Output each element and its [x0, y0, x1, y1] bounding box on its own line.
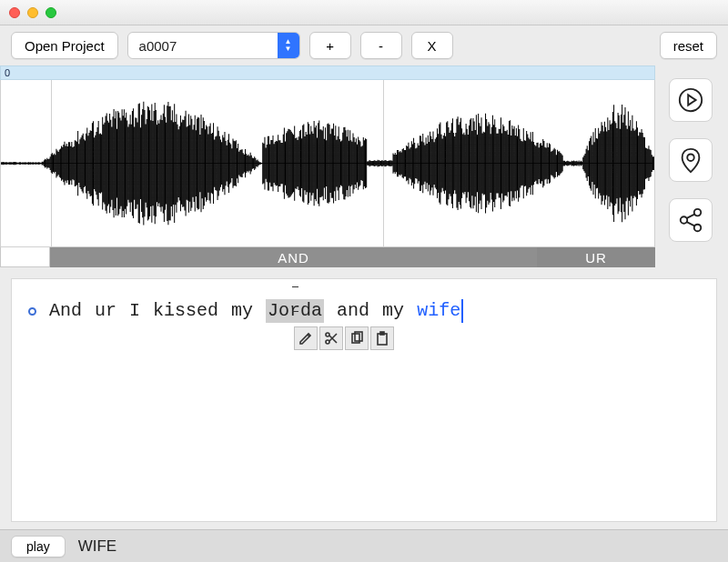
project-select[interactable]: a0007 ▲▼	[127, 32, 300, 59]
ruler-start-label: 0	[5, 67, 10, 78]
paste-icon	[375, 331, 389, 346]
transcript-word[interactable]: my	[231, 299, 253, 323]
svg-line-6	[686, 214, 694, 218]
delete-button[interactable]: X	[411, 32, 453, 59]
close-window-icon[interactable]	[9, 7, 20, 18]
zoom-in-button[interactable]: +	[309, 32, 351, 59]
right-icon-rail	[664, 65, 717, 267]
svg-point-2	[687, 154, 694, 161]
copy-icon	[349, 331, 364, 346]
status-text: WIFE	[78, 537, 117, 556]
segment-bar: AND UR	[0, 247, 655, 267]
zoom-window-icon[interactable]	[46, 7, 56, 18]
text-cursor-icon	[295, 286, 296, 299]
bottom-bar: play WIFE	[0, 529, 728, 562]
play-button[interactable]: play	[11, 536, 66, 557]
svg-point-1	[680, 89, 702, 111]
svg-rect-13	[380, 332, 384, 335]
play-circle-button[interactable]	[669, 78, 713, 122]
project-select-value: a0007	[128, 33, 278, 58]
segment-divider	[51, 80, 52, 246]
zoom-out-button[interactable]: -	[360, 32, 402, 59]
paste-word-button[interactable]	[370, 326, 394, 350]
transcript-word[interactable]: And	[49, 299, 82, 323]
svg-point-9	[326, 333, 329, 336]
transcript-word[interactable]: my	[382, 299, 404, 323]
open-project-button[interactable]: Open Project	[11, 32, 118, 59]
segment-current[interactable]: AND	[50, 247, 537, 267]
edit-word-button[interactable]	[294, 326, 318, 350]
transcript-panel[interactable]: AndurIkissedmyJordaandmywife	[11, 278, 717, 522]
segment-divider	[383, 80, 384, 246]
transcript-word[interactable]: wife	[417, 299, 463, 323]
share-button[interactable]	[669, 198, 713, 242]
top-toolbar: Open Project a0007 ▲▼ + - X reset	[0, 25, 728, 65]
svg-point-8	[326, 340, 329, 344]
reset-button[interactable]: reset	[660, 32, 717, 59]
waveform-icon	[1, 80, 654, 246]
time-ruler[interactable]: 0	[0, 65, 655, 80]
transcript-word[interactable]: kissed	[153, 299, 218, 323]
bullet-icon	[28, 307, 36, 316]
transcript-word[interactable]: and	[337, 299, 369, 323]
svg-line-7	[686, 222, 694, 226]
main-area: 0 AND UR	[0, 65, 728, 267]
segment-blank[interactable]	[0, 247, 50, 267]
transcript-line: AndurIkissedmyJordaandmywife	[28, 299, 700, 323]
transcript-word[interactable]: Jorda	[266, 299, 324, 323]
edit-toolbar	[294, 326, 394, 350]
pencil-icon	[298, 331, 313, 346]
share-icon	[677, 206, 704, 234]
play-circle-icon	[677, 86, 704, 114]
copy-word-button[interactable]	[345, 326, 369, 350]
scissors-icon	[324, 331, 339, 346]
cut-word-button[interactable]	[319, 326, 343, 350]
location-pin-icon	[677, 146, 704, 174]
select-stepper-icon[interactable]: ▲▼	[278, 33, 299, 58]
transcript-word[interactable]: ur	[95, 299, 116, 323]
window-titlebar	[0, 0, 728, 25]
minimize-window-icon[interactable]	[27, 7, 38, 18]
segment-next[interactable]: UR	[537, 247, 655, 267]
transcript-word[interactable]: I	[129, 299, 140, 323]
waveform-column: 0 AND UR	[0, 65, 655, 267]
waveform-view[interactable]	[0, 80, 655, 247]
location-pin-button[interactable]	[669, 138, 713, 182]
